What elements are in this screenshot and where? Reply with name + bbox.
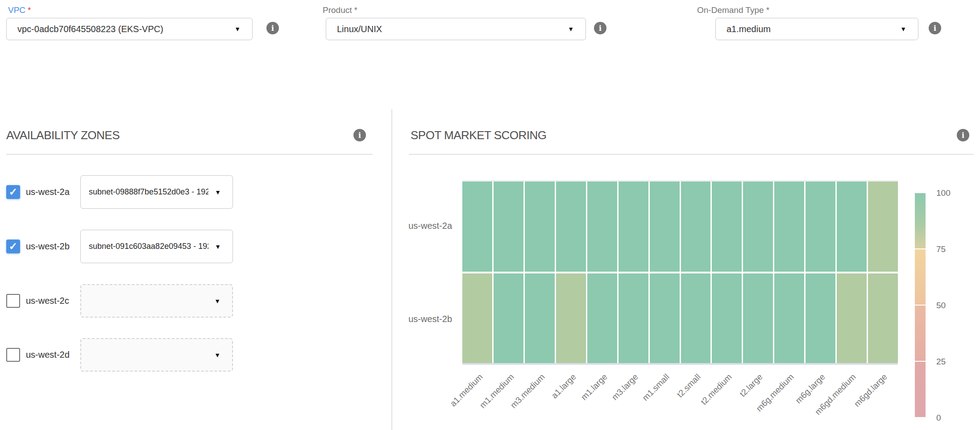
product-select-value: Linux/UNIX xyxy=(326,24,382,34)
chevron-down-icon xyxy=(900,26,906,32)
availability-zones-info-icon[interactable] xyxy=(353,129,366,141)
checkbox-us-west-2a[interactable] xyxy=(6,185,20,199)
heatmap-cell-us-west-2b-m3.medium[interactable] xyxy=(525,273,555,364)
checkbox-us-west-2c[interactable] xyxy=(6,294,20,308)
subnet-select-us-west-2a[interactable]: subnet-09888f7be5152d0e3 - 192.168… xyxy=(80,175,233,209)
colorbar-tick-0: 0 xyxy=(936,413,968,423)
az-row-us-west-2a: us-west-2a subnet-09888f7be5152d0e3 - 19… xyxy=(0,175,391,209)
on-demand-type-label: On-Demand Type* xyxy=(697,5,769,15)
availability-zones-title: AVAILABILITY ZONES xyxy=(6,128,120,142)
az-row-us-west-2d: us-west-2d xyxy=(0,338,391,372)
spot-market-scoring-title: SPOT MARKET SCORING xyxy=(411,128,546,142)
heatmap-cell-us-west-2a-m6gd.medium[interactable] xyxy=(837,182,867,272)
heatmap-cell-us-west-2a-a1.medium[interactable] xyxy=(462,182,492,272)
heatmap-cell-us-west-2a-m6gd.large[interactable] xyxy=(868,182,898,272)
heatmap-cell-us-west-2b-t2.small[interactable] xyxy=(681,273,711,364)
availability-zones-divider xyxy=(6,154,373,155)
colorbar-tick-75: 75 xyxy=(936,244,968,254)
spot-market-scoring-info-icon[interactable] xyxy=(957,129,969,141)
colorbar-segment-50-25 xyxy=(915,306,926,361)
product-label-text: Product xyxy=(323,5,352,15)
chevron-down-icon xyxy=(214,352,220,358)
subnet-value-us-west-2b: subnet-091c603aa82e09453 - 192.168… xyxy=(81,242,208,251)
vpc-label-text: VPC xyxy=(8,5,25,15)
heatmap-cell-us-west-2b-m3.large[interactable] xyxy=(619,273,648,364)
heatmap-cell-us-west-2a-m1.small[interactable] xyxy=(650,182,680,272)
heatmap-cell-us-west-2a-m6g.medium[interactable] xyxy=(774,182,804,272)
chevron-down-icon xyxy=(215,189,221,195)
subnet-value-us-west-2a: subnet-09888f7be5152d0e3 - 192.168… xyxy=(81,187,208,197)
section-divider xyxy=(391,109,392,430)
vpc-info-icon[interactable] xyxy=(266,22,279,34)
spot-market-scoring-divider xyxy=(409,154,974,155)
az-label-us-west-2c: us-west-2c xyxy=(26,284,69,318)
heatmap-cell-us-west-2b-a1.medium[interactable] xyxy=(462,273,492,364)
vpc-select-value: vpc-0adcb70f645508223 (EKS-VPC) xyxy=(7,24,163,34)
colorbar-tick-50: 50 xyxy=(936,301,968,310)
heatmap-cell-us-west-2a-m1.large[interactable] xyxy=(587,182,617,272)
heatmap-row-label-us-west-2b: us-west-2b xyxy=(390,314,452,324)
chevron-down-icon xyxy=(215,244,221,250)
heatmap-row-label-us-west-2a: us-west-2a xyxy=(390,221,452,231)
heatmap-cell-us-west-2a-a1.large[interactable] xyxy=(556,182,586,272)
subnet-select-us-west-2b[interactable]: subnet-091c603aa82e09453 - 192.168… xyxy=(80,230,233,263)
chevron-down-icon xyxy=(214,298,220,304)
colorbar-tick-100: 100 xyxy=(936,188,968,198)
vpc-label: VPC* xyxy=(8,5,31,15)
heatmap-cell-us-west-2b-t2.large[interactable] xyxy=(743,273,773,364)
heatmap-cell-us-west-2a-m1.medium[interactable] xyxy=(494,182,523,272)
product-select[interactable]: Linux/UNIX xyxy=(326,18,586,40)
heatmap-cell-us-west-2a-t2.large[interactable] xyxy=(743,182,773,272)
heatmap-cell-us-west-2b-m6gd.large[interactable] xyxy=(868,273,898,364)
colorbar-segment-75-50 xyxy=(915,249,926,305)
colorbar-segment-25-0 xyxy=(915,362,926,417)
heatmap-cell-us-west-2a-t2.medium[interactable] xyxy=(712,182,742,272)
on-demand-type-required-mark: * xyxy=(766,5,769,15)
heatmap-cell-us-west-2a-m3.large[interactable] xyxy=(619,182,648,272)
heatmap-cell-us-west-2b-m1.medium[interactable] xyxy=(494,273,523,364)
heatmap-cell-us-west-2b-m1.large[interactable] xyxy=(587,273,617,364)
colorbar-tick-25: 25 xyxy=(936,357,968,367)
checkbox-us-west-2d[interactable] xyxy=(6,348,20,362)
heatmap-cell-us-west-2b-t2.medium[interactable] xyxy=(712,273,742,364)
on-demand-type-label-text: On-Demand Type xyxy=(697,5,764,15)
heatmap-cell-us-west-2a-m6g.large[interactable] xyxy=(806,182,835,272)
product-required-mark: * xyxy=(354,5,357,15)
vpc-required-mark: * xyxy=(28,5,31,15)
heatmap-cell-us-west-2a-t2.small[interactable] xyxy=(681,182,711,272)
on-demand-type-select-value: a1.medium xyxy=(716,24,771,34)
subnet-select-us-west-2c[interactable] xyxy=(80,284,233,318)
az-label-us-west-2a: us-west-2a xyxy=(26,175,70,209)
heatmap-cell-us-west-2b-m6g.medium[interactable] xyxy=(774,273,804,364)
checkbox-us-west-2b[interactable] xyxy=(6,240,20,253)
spot-configuration-page: VPC* vpc-0adcb70f645508223 (EKS-VPC) Pro… xyxy=(0,0,980,430)
heatmap-grid xyxy=(462,180,898,365)
on-demand-type-select[interactable]: a1.medium xyxy=(715,18,918,40)
heatmap-cell-us-west-2a-m3.medium[interactable] xyxy=(525,182,555,272)
heatmap-cell-us-west-2b-m6gd.medium[interactable] xyxy=(837,273,867,364)
az-row-us-west-2b: us-west-2b subnet-091c603aa82e09453 - 19… xyxy=(0,230,391,263)
heatmap-cell-us-west-2b-m1.small[interactable] xyxy=(650,273,680,364)
heatmap-cell-us-west-2b-m6g.large[interactable] xyxy=(806,273,835,364)
product-label: Product* xyxy=(323,5,357,15)
az-label-us-west-2d: us-west-2d xyxy=(26,338,70,372)
vpc-select[interactable]: vpc-0adcb70f645508223 (EKS-VPC) xyxy=(6,18,253,40)
subnet-select-us-west-2d[interactable] xyxy=(80,338,233,372)
heatmap-cell-us-west-2b-a1.large[interactable] xyxy=(556,273,586,364)
chevron-down-icon xyxy=(568,26,574,32)
product-info-icon[interactable] xyxy=(594,22,606,34)
colorbar-segment-100-75 xyxy=(915,193,926,248)
az-label-us-west-2b: us-west-2b xyxy=(26,230,70,263)
on-demand-type-info-icon[interactable] xyxy=(929,22,941,34)
chevron-down-icon xyxy=(234,26,241,32)
az-row-us-west-2c: us-west-2c xyxy=(0,284,391,318)
